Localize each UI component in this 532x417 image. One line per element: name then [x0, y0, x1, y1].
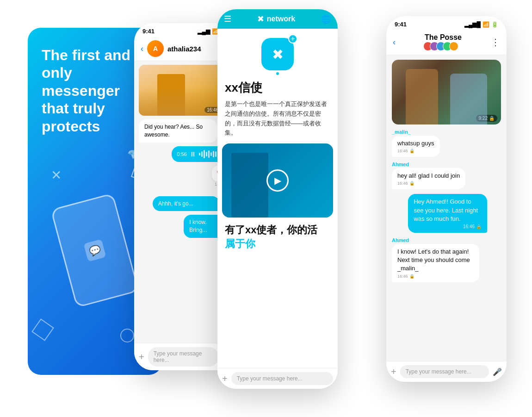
pause-icon[interactable]: ⏸ [190, 150, 196, 158]
outgoing-msg-2-text: I know. Bring... [189, 219, 207, 233]
app-logo-icon: ✖ [257, 14, 264, 24]
mic-button-3[interactable]: 🎤 [493, 367, 502, 376]
group-name: The Posse [425, 33, 462, 42]
malin-msg-text: whatsup guys [397, 139, 434, 148]
plus-overlay: + [288, 34, 297, 44]
phone-3: 9:41 ▂▄▆█ 📶 🔋 ‹ The Posse ⋮ [386, 16, 507, 382]
app-big-logo: ✖ + [261, 38, 294, 70]
wave-bar [208, 150, 210, 158]
ahmed-msg-2-text: I know! Let's do that again! Next time y… [397, 248, 474, 273]
group-avatar-5 [449, 42, 458, 51]
malin-bubble: whatsup guys 16:46 🔒 [392, 136, 440, 157]
spacer [217, 253, 338, 368]
phone-3d-illustration: 💬 [50, 193, 139, 308]
wave-bar [206, 152, 207, 156]
cube-decoration-2 [31, 318, 54, 341]
input-placeholder-1: Type your message here... [154, 350, 202, 363]
video-thumbnail: ▶ [222, 143, 333, 218]
play-button[interactable]: ▶ [266, 169, 289, 192]
wave-bar [210, 152, 212, 156]
hero-illustration: 💬 ✕ 💎 🎁 [42, 144, 148, 356]
phone3-status-bar: 9:41 ▂▄▆█ 📶 🔋 [386, 16, 507, 30]
group-avatars [426, 42, 458, 51]
chinese-title: xx信使 [217, 80, 338, 100]
x-mark-decoration: ✕ [51, 168, 62, 183]
outgoing-posse-wrapper: Hey Ahmed!! Good to see you here. Last n… [408, 194, 501, 233]
sender-ahmed-2: Ahmed [392, 237, 501, 243]
phone3-time: 9:41 [395, 21, 407, 28]
back-button-3[interactable]: ‹ [393, 37, 396, 47]
person-left [406, 69, 438, 124]
message-input-1[interactable]: Type your message here... [148, 347, 218, 367]
ahmed-bubble-2: I know! Let's do that again! Next time y… [392, 244, 479, 282]
attach-button[interactable]: + [139, 352, 144, 362]
hero-title: The first and only messenger that truly … [42, 46, 148, 135]
phone2-input-bar: + Type your message here... [217, 368, 338, 389]
outgoing-posse-text: Hey Ahmed!! Good to see you here. Last n… [414, 198, 482, 223]
outgoing-msg-1-text: Ahhh, it's go... [158, 200, 193, 207]
battery-icon-3: 🔋 [491, 21, 498, 28]
ahmed-msg-1-text: hey all! glad I could join [397, 172, 460, 180]
malin-msg-time: 16:46 🔒 [397, 149, 434, 153]
outgoing-msg-1: Ahhh, it's go... [153, 196, 220, 212]
wifi-icon-3: 📶 [483, 21, 489, 28]
attach-button-2[interactable]: + [222, 373, 228, 384]
chinese-cyan-text: 属于你 [225, 238, 255, 249]
hamburger-menu[interactable]: ☰ [224, 14, 231, 24]
wave-bar [215, 151, 217, 157]
logo-section: ✖ + [217, 29, 338, 80]
circle-decoration [120, 329, 134, 342]
voice-duration: 0:56 [177, 151, 187, 157]
sender-malin: _malin_ [392, 129, 501, 135]
signal-icon-3: ▂▄▆█ [464, 21, 481, 28]
wave-bar [204, 150, 205, 158]
app-name: network [267, 15, 295, 23]
message-input-3[interactable]: Type your message here... [400, 365, 489, 378]
lock-icon-malin: 🔒 [409, 149, 414, 153]
phone3-input-bar: + Type your message here... 🎤 [386, 361, 507, 382]
ahmed-msg-2-time: 16:46 🔒 [397, 274, 474, 279]
phone1-time: 9:41 [142, 28, 155, 35]
group-image: 9:22 🔒 [392, 60, 501, 124]
input-placeholder-3: Type your message here... [406, 368, 471, 375]
wave-bar [199, 153, 200, 156]
wave-bar [213, 151, 214, 157]
globe-icon[interactable]: 🌐 [321, 14, 331, 24]
outgoing-posse-time: 16:46 🔒 [414, 224, 482, 229]
logo-dot [276, 72, 279, 75]
message-input-2[interactable]: Type your message here... [231, 372, 333, 385]
phone2-body: ✖ + xx信使 是第一个也是唯一一个真正保护发送者之间通信的信使。所有消息不仅… [217, 29, 338, 368]
lock-icon-outgoing: 🔒 [476, 224, 482, 229]
chinese-subtitle-text: 有了xx使者，你的活 [225, 224, 317, 236]
phone-2: ☰ ✖ network 🌐 ✖ + xx信使 是第一个也是唯一一个真正保护发送者… [217, 9, 338, 389]
lock-icon-ahmed-2: 🔒 [409, 274, 414, 279]
group-image-bg: 9:22 🔒 [392, 60, 501, 124]
wave-bar [201, 151, 203, 157]
phone2-app-header: ☰ ✖ network 🌐 [217, 9, 338, 29]
back-button[interactable]: ‹ [141, 44, 143, 54]
incoming-msg-1: Did you hear? Aes... So awesome. [139, 119, 217, 143]
sender-ahmed-1: Ahmed [392, 162, 501, 167]
more-options-button[interactable]: ⋮ [491, 37, 500, 48]
scene: The first and only messenger that truly … [0, 0, 532, 417]
input-placeholder-2: Type your message here... [237, 375, 303, 382]
ahmed-msg-2-wrapper: Ahmed I know! Let's do that again! Next … [392, 237, 501, 282]
phone3-status-icons: ▂▄▆█ 📶 🔋 [464, 21, 498, 28]
lock-icon-ahmed-1: 🔒 [409, 181, 414, 186]
group-info: The Posse [399, 33, 487, 51]
signal-icon: ▂▄▆ [198, 28, 210, 35]
logo-symbol: ✖ [272, 46, 284, 62]
outgoing-posse-bubble: Hey Ahmed!! Good to see you here. Last n… [408, 194, 487, 233]
chinese-bottom-area: 有了xx使者，你的活 属于你 [217, 218, 338, 253]
malin-msg-wrapper: _malin_ whatsup guys 16:46 🔒 [392, 129, 501, 157]
chinese-body-text: 是第一个也是唯一一个真正保护发送者之间通信的信使。所有消息不仅是密的，而且没有元… [217, 100, 338, 143]
chinese-subtitle: 有了xx使者，你的活 属于你 [225, 223, 330, 251]
phone3-chat-header: ‹ The Posse ⋮ [386, 30, 507, 55]
incoming-msg-1-text: Did you hear? Aes... So awesome. [144, 124, 203, 138]
attach-button-3[interactable]: + [391, 367, 396, 377]
contact-avatar: A [147, 40, 164, 57]
lock-icon-group-img: 🔒 [489, 116, 495, 121]
ahmed-msg-1-time: 16:46 🔒 [397, 181, 460, 186]
phone3-chat-body: 9:22 🔒 _malin_ whatsup guys 16:46 🔒 [386, 55, 507, 361]
ahmed-msg-1-wrapper: Ahmed hey all! glad I could join 16:46 🔒 [392, 162, 501, 189]
